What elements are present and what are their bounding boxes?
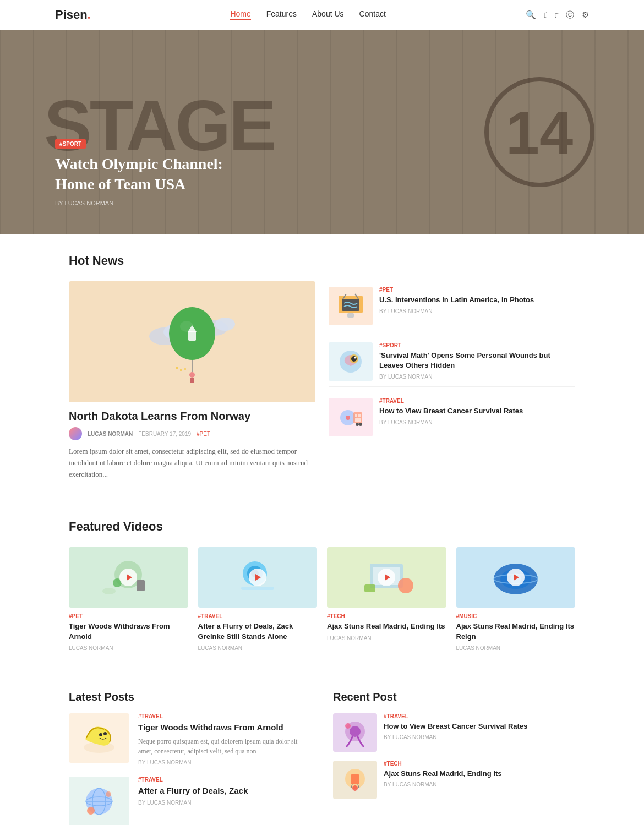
latest-excerpt-1: Neque porro quisquam est, qui dolorem ip…	[138, 736, 311, 756]
recent-text-1: #TRAVEL How to View Breast Cancer Surviv…	[384, 713, 575, 740]
hot-news-section: Hot News	[58, 234, 586, 500]
latest-title-2[interactable]: After a Flurry of Deals, Zack	[138, 785, 311, 796]
globe-illustration	[74, 780, 124, 822]
recent-posts-column: Recent Post #TRAVEL How to View Breast C…	[333, 691, 575, 825]
hot-side-author-1: BY LUCAS NORMAN	[379, 308, 575, 314]
recent-posts-title: Recent Post	[333, 691, 575, 703]
hero-author: BY LUCAS NORMAN	[55, 200, 264, 206]
video-author-4: LUCAS NORMAN	[456, 645, 576, 651]
settings-icon[interactable]: ⚙	[582, 10, 589, 20]
hot-side-text-2: #SPORT 'Survival Math' Opens Some Person…	[379, 342, 575, 380]
video-thumb-4[interactable]	[456, 547, 576, 608]
bottom-grid: Latest Posts #TRAVEL	[69, 691, 575, 825]
banana-illustration	[74, 717, 124, 758]
hot-side-tag-3: #TRAVEL	[379, 398, 575, 404]
video-card-1: #PET Tiger Woods Withdraws From Arnold L…	[69, 547, 188, 651]
recent-tag-1: #TRAVEL	[384, 713, 575, 719]
svg-rect-25	[355, 414, 357, 417]
svg-rect-26	[358, 414, 361, 417]
latest-post-item-1: #TRAVEL Tiger Woods Withdraws From Arnol…	[69, 713, 311, 766]
latest-text-2: #TRAVEL After a Flurry of Deals, Zack BY…	[138, 777, 311, 806]
video-thumb-1[interactable]	[69, 547, 188, 608]
hero-tag: #SPORT	[55, 139, 86, 149]
svg-point-41	[398, 578, 413, 593]
nav-links: Home Features About Us Contact	[230, 9, 385, 20]
svg-rect-15	[342, 299, 359, 311]
hero-title: Watch Olympic Channel: Home of Team USA	[55, 154, 264, 194]
svg-point-34	[102, 588, 116, 594]
video-title-4[interactable]: Ajax Stuns Real Madrid, Ending Its Reign	[456, 621, 576, 641]
hot-side-image-sport	[329, 342, 373, 381]
svg-point-9	[189, 372, 195, 378]
nav-about[interactable]: About Us	[312, 9, 344, 20]
video-title-1[interactable]: Tiger Woods Withdraws From Arnold	[69, 621, 188, 641]
twitter-icon[interactable]: 𝕣	[554, 10, 558, 20]
hot-main-image	[69, 281, 315, 402]
latest-title-1[interactable]: Tiger Woods Withdraws From Arnold	[138, 722, 311, 733]
svg-rect-6	[188, 331, 196, 341]
logo[interactable]: Pisen.	[55, 8, 90, 22]
hot-side-image-pet	[329, 287, 373, 325]
recent-author-1: BY LUCAS NORMAN	[384, 734, 575, 740]
video-thumb-3[interactable]	[327, 547, 446, 608]
latest-thumb-1	[69, 713, 129, 763]
video-title-3[interactable]: Ajax Stuns Real Madrid, Ending Its	[327, 621, 446, 631]
latest-author-2: BY LUCAS NORMAN	[138, 800, 311, 806]
video-card-2: #TRAVEL After a Flurry of Deals, Zack Gr…	[198, 547, 318, 651]
svg-point-30	[346, 416, 350, 420]
recent-author-2: BY LUCAS NORMAN	[384, 782, 575, 788]
latest-posts-title: Latest Posts	[69, 691, 311, 703]
play-button-4[interactable]	[507, 569, 525, 586]
hero-circle-number: 14	[484, 77, 594, 187]
svg-rect-11	[176, 367, 178, 369]
video-title-2[interactable]: After a Flurry of Deals, Zack Greinke St…	[198, 621, 318, 641]
facebook-icon[interactable]: f	[544, 10, 547, 20]
svg-rect-12	[180, 369, 182, 371]
hot-side-title-2[interactable]: 'Survival Math' Opens Some Personal Woun…	[379, 351, 575, 370]
hot-main-tag: #PET	[197, 431, 210, 437]
nav-features[interactable]: Features	[266, 9, 297, 20]
hot-side-text-1: #PET U.S. Interventions in Latin America…	[379, 287, 575, 314]
svg-point-55	[106, 791, 111, 797]
recent-title-1[interactable]: How to View Breast Cancer Survival Rates	[384, 722, 575, 731]
cancer-ribbon-illustration	[336, 716, 374, 749]
recent-title-2[interactable]: Ajax Stuns Real Madrid, Ending Its	[384, 769, 575, 779]
video-thumb-2[interactable]	[198, 547, 318, 608]
nav-contact[interactable]: Contact	[359, 9, 386, 20]
svg-point-22	[354, 357, 356, 358]
video-card-4: #MUSIC Ajax Stuns Real Madrid, Ending It…	[456, 547, 576, 651]
hot-side-author-2: BY LUCAS NORMAN	[379, 374, 575, 380]
play-button-2[interactable]	[249, 569, 266, 586]
brain-illustration	[334, 347, 367, 377]
hot-side-item: #SPORT 'Survival Math' Opens Some Person…	[329, 337, 575, 387]
svg-point-48	[99, 733, 102, 736]
hero-section: STAGE 14 #SPORT Watch Olympic Channel: H…	[0, 30, 644, 234]
tech-illustration	[336, 763, 374, 796]
hot-side-tag-2: #SPORT	[379, 342, 575, 348]
tv-illustration	[334, 291, 367, 321]
hot-main-date: FEBRUARY 17, 2019	[138, 431, 191, 437]
hot-main-article-title[interactable]: North Dakota Learns From Norway	[69, 410, 315, 423]
navbar: Pisen. Home Features About Us Contact 🔍 …	[0, 0, 644, 30]
svg-point-29	[359, 423, 362, 426]
svg-point-3	[215, 318, 235, 331]
svg-rect-18	[347, 313, 354, 318]
svg-rect-60	[351, 774, 359, 784]
svg-point-57	[350, 726, 361, 737]
hot-side-title-1[interactable]: U.S. Interventions in Latin America, In …	[379, 295, 575, 305]
hot-side-title-3[interactable]: How to View Breast Cancer Survival Rates	[379, 406, 575, 416]
hot-main-avatar	[69, 427, 82, 440]
latest-post-item-2: #TRAVEL After a Flurry of Deals, Zack BY…	[69, 777, 311, 825]
hot-main-article: North Dakota Learns From Norway LUCAS NO…	[69, 281, 315, 480]
latest-posts-column: Latest Posts #TRAVEL	[69, 691, 311, 825]
latest-thumb-2	[69, 777, 129, 825]
video-author-2: LUCAS NORMAN	[198, 645, 318, 651]
hot-side-articles: #PET U.S. Interventions in Latin America…	[329, 281, 575, 480]
svg-point-28	[356, 423, 359, 426]
search-icon[interactable]: 🔍	[526, 10, 536, 20]
recent-post-item-2: #TECH Ajax Stuns Real Madrid, Ending Its…	[333, 761, 575, 799]
nav-home[interactable]: Home	[230, 9, 250, 20]
featured-videos-grid: #PET Tiger Woods Withdraws From Arnold L…	[69, 547, 575, 651]
instagram-icon[interactable]: ⓒ	[566, 10, 574, 20]
nav-icons: 🔍 f 𝕣 ⓒ ⚙	[526, 10, 589, 20]
